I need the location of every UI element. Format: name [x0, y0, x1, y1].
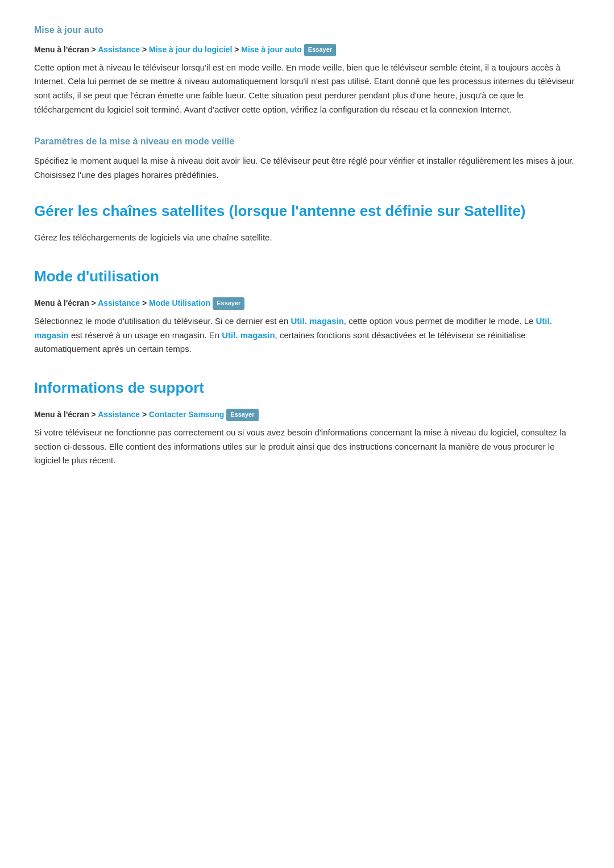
section5-breadcrumb: Menu à l'écran > Assistance > Contacter … — [34, 408, 580, 421]
section-parametres-veille: Paramètres de la mise à niveau en mode v… — [34, 134, 580, 182]
breadcrumb4-arrow2: > — [140, 298, 149, 308]
section4-body-text3: est réservé à un usage en magasin. En — [69, 330, 222, 340]
section3-title: Gérer les chaînes satellites (lorsque l'… — [34, 200, 580, 223]
section-mode-utilisation: Mode d'utilisation Menu à l'écran > Assi… — [34, 265, 580, 356]
section1-body: Cette option met à niveau le téléviseur … — [34, 61, 580, 117]
breadcrumb4-prefix: Menu à l'écran — [34, 298, 89, 308]
section4-body-text2: , cette option vous permet de modifier l… — [344, 316, 536, 326]
breadcrumb-link3[interactable]: Mise à jour auto — [241, 45, 302, 54]
section-informations-support: Informations de support Menu à l'écran >… — [34, 376, 580, 468]
breadcrumb-arrow2: > — [140, 45, 149, 54]
section1-title: Mise à jour auto — [34, 23, 580, 38]
breadcrumb4-arrow1: > — [89, 298, 98, 308]
section3-body: Gérez les téléchargements de logiciels v… — [34, 231, 580, 245]
section2-title: Paramètres de la mise à niveau en mode v… — [34, 134, 580, 149]
section4-title: Mode d'utilisation — [34, 265, 580, 289]
breadcrumb-prefix: Menu à l'écran — [34, 45, 89, 54]
breadcrumb4-link2[interactable]: Mode Utilisation — [149, 298, 210, 308]
essayer-badge-5[interactable]: Essayer — [226, 409, 258, 421]
section5-title: Informations de support — [34, 376, 580, 400]
breadcrumb-arrow3: > — [232, 45, 241, 54]
section2-body: Spécifiez le moment auquel la mise à niv… — [34, 154, 580, 182]
breadcrumb4-link1[interactable]: Assistance — [98, 298, 140, 308]
section4-body-text1: Sélectionnez le mode d'utilisation du té… — [34, 316, 291, 326]
breadcrumb5-prefix: Menu à l'écran — [34, 410, 89, 419]
section5-body: Si votre téléviseur ne fonctionne pas co… — [34, 426, 580, 468]
section-gerer-chaines-satellites: Gérer les chaînes satellites (lorsque l'… — [34, 200, 580, 245]
breadcrumb5-link2[interactable]: Contacter Samsung — [149, 410, 224, 419]
essayer-badge-1[interactable]: Essayer — [304, 44, 336, 56]
essayer-badge-4[interactable]: Essayer — [213, 297, 244, 310]
breadcrumb-link1[interactable]: Assistance — [98, 45, 140, 54]
section-mise-a-jour-auto: Mise à jour auto Menu à l'écran > Assist… — [34, 23, 580, 117]
section4-breadcrumb: Menu à l'écran > Assistance > Mode Utili… — [34, 297, 580, 310]
breadcrumb5-arrow2: > — [140, 410, 149, 419]
breadcrumb5-link1[interactable]: Assistance — [98, 410, 140, 419]
section4-util-magasin-3: Util. magasin — [222, 330, 275, 340]
breadcrumb5-arrow1: > — [89, 410, 98, 419]
section4-body: Sélectionnez le mode d'utilisation du té… — [34, 314, 580, 356]
breadcrumb-arrow1: > — [89, 45, 98, 54]
section1-breadcrumb: Menu à l'écran > Assistance > Mise à jou… — [34, 43, 580, 56]
section4-util-magasin-1: Util. magasin — [291, 316, 343, 326]
breadcrumb-link2[interactable]: Mise à jour du logiciel — [149, 45, 232, 54]
